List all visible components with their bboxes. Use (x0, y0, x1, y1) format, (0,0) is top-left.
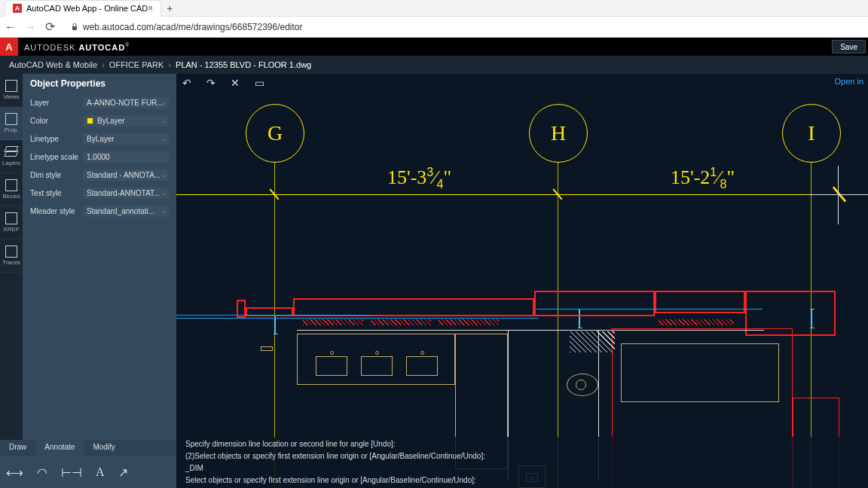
tab-draw[interactable]: Draw (0, 440, 35, 456)
tool-aligned-dim-icon[interactable]: ⊢⊣ (61, 465, 82, 480)
back-button[interactable]: ← (5, 21, 17, 33)
drawing-canvas[interactable]: ↶ ↷ ✕ ▭ G H I 15'-33⁄4" (176, 74, 868, 488)
url-text: web.autocad.com/acad/me/drawings/6685723… (83, 22, 303, 32)
tab-title: AutoCAD Web App - Online CAD (26, 4, 148, 13)
tool-cloud-icon[interactable]: ◠ (37, 465, 47, 480)
canvas-toolbar: ↶ ↷ ✕ ▭ (182, 77, 268, 90)
properties-title: Object Properties (23, 74, 176, 93)
measure-icon[interactable]: ✕ (231, 77, 244, 90)
new-tab-button[interactable]: + (161, 2, 178, 14)
prop-color[interactable]: ByLayer (83, 115, 169, 127)
reload-button[interactable]: ⟳ (44, 21, 56, 33)
undo-icon[interactable]: ↶ (182, 77, 196, 90)
favicon: A (13, 4, 22, 13)
crumb-project[interactable]: OFFICE PARK (109, 60, 164, 69)
save-button[interactable]: Save (832, 40, 866, 53)
rail-views[interactable]: Views (0, 74, 23, 107)
prop-linetype[interactable]: ByLayer (83, 133, 169, 145)
open-in-link[interactable]: Open in (834, 77, 863, 86)
prop-mleader[interactable]: Standard_annotati... (83, 206, 169, 217)
rail-layers[interactable]: Layers (0, 140, 23, 173)
dimension-gh: 15'-33⁄4" (387, 166, 451, 191)
title-bar: A AUTODESK AUTOCAD® Save (0, 38, 868, 56)
browser-toolbar: ← → ⟳ web.autocad.com/acad/me/drawings/6… (0, 17, 868, 38)
rail-traces[interactable]: Traces (0, 239, 23, 273)
autodesk-logo: A (0, 38, 18, 56)
grid-bubble-i: I (782, 104, 841, 163)
grid-bubble-g: G (246, 104, 304, 163)
prop-ltscale[interactable]: 1.0000 (83, 151, 169, 163)
prop-layer[interactable]: A-ANNO-NOTE FUR... (83, 97, 169, 108)
tool-text-icon[interactable]: A (96, 465, 105, 479)
app: A AUTODESK AUTOCAD® Save AutoCAD Web & M… (0, 38, 868, 488)
drawing-content: G H I 15'-33⁄4" 15'-21⁄8" (176, 74, 868, 488)
url-field[interactable]: web.autocad.com/acad/me/drawings/6685723… (63, 22, 863, 32)
tab-modify[interactable]: Modify (84, 440, 124, 456)
left-rail: Views Prop. Layers Blocks XREF Traces (0, 74, 23, 488)
redo-icon[interactable]: ↷ (206, 77, 220, 90)
breadcrumb: AutoCAD Web & Mobile › OFFICE PARK › PLA… (0, 56, 868, 74)
grid-bubble-h: H (529, 104, 588, 163)
prop-dimstyle[interactable]: Standard - ANNOTA... (83, 169, 169, 181)
ribbon-tools: ⟷ ◠ ⊢⊣ A ↗ (0, 456, 176, 488)
dimension-hi: 15'-21⁄8" (671, 166, 735, 191)
brand-text: AUTODESK AUTOCAD® (24, 42, 130, 52)
prop-textstyle[interactable]: Standard-ANNOTAT... (83, 188, 169, 199)
rail-properties[interactable]: Prop. (0, 107, 23, 140)
rail-blocks[interactable]: Blocks (0, 173, 23, 206)
tool-leader-icon[interactable]: ↗ (118, 465, 128, 480)
main: Views Prop. Layers Blocks XREF Traces Ob… (0, 74, 868, 488)
close-tab-icon[interactable]: × (148, 3, 153, 14)
crumb-root[interactable]: AutoCAD Web & Mobile (9, 60, 97, 69)
tool-linear-dim-icon[interactable]: ⟷ (6, 465, 23, 480)
browser-tab[interactable]: A AutoCAD Web App - Online CAD × (5, 0, 161, 17)
color-swatch (87, 117, 93, 124)
rail-xref[interactable]: XREF (0, 206, 23, 239)
ribbon-tabs: Draw Annotate Modify (0, 440, 176, 456)
select-icon[interactable]: ▭ (255, 77, 268, 90)
tab-annotate[interactable]: Annotate (35, 440, 84, 456)
browser-tab-strip: A AutoCAD Web App - Online CAD × + (0, 0, 868, 17)
forward-button[interactable]: → (24, 21, 36, 33)
lock-icon (71, 23, 78, 31)
properties-panel: Object Properties LayerA-ANNO-NOTE FUR..… (23, 74, 176, 488)
svg-rect-0 (72, 26, 77, 30)
crumb-file: PLAN - 12355 BLVD - FLOOR 1.dwg (176, 60, 311, 69)
command-line[interactable]: Specify dimension line location or secon… (176, 437, 868, 488)
